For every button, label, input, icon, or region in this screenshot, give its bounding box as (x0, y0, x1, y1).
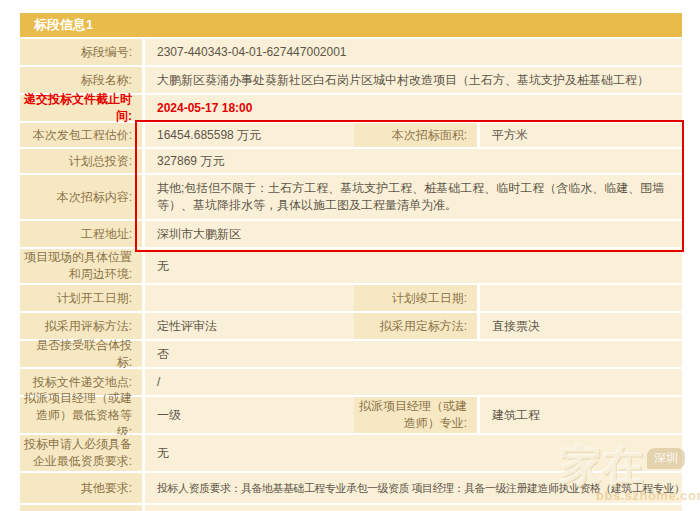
field-value: 2024-05-17 18:00 (145, 95, 682, 121)
table-row-section-number: 标段编号: 2307-440343-04-01-627447002001 (20, 39, 682, 65)
field-label: 拟派项目经理（或建造师）专业: (354, 397, 480, 433)
field-label: 其他要求: (20, 473, 145, 503)
field-value: / (145, 369, 682, 395)
table-row-start-end-date: 计划开工日期: 计划竣工日期: (20, 285, 682, 311)
field-value: 16454.685598 万元 (145, 123, 354, 147)
field-value: 大鹏新区葵涌办事处葵新社区白石岗片区城中村改造项目（土石方、基坑支护及桩基础工程… (145, 67, 682, 93)
bid-section-table: 标段信息1 标段编号: 2307-440343-04-01-6274470020… (20, 13, 682, 511)
table-row-site-location: 项目现场的具体位置和周边环境: 无 (20, 249, 682, 283)
field-value: 无 (145, 249, 682, 283)
field-value: 其他;包括但不限于：土石方工程、基坑支护工程、桩基础工程、临时工程（含临水、临建… (145, 175, 682, 219)
field-label: 拟采用定标方法: (354, 313, 480, 339)
field-value: 2307-440343-04-01-627447002001 (145, 39, 682, 65)
table-row-total-investment: 计划总投资: 327869 万元 (20, 149, 682, 173)
field-value: 投标人资质要求：具备地基基础工程专业承包一级资质 项目经理：具备一级注册建造师执… (145, 473, 682, 503)
field-value: 否 (145, 341, 682, 367)
field-label: 拟派项目经理（或建造师）最低资格等级: (20, 397, 145, 433)
field-label: 计划开工日期: (20, 285, 145, 311)
field-label: 拟采用评标方法: (20, 313, 145, 339)
field-label: 计划竣工日期: (354, 285, 480, 311)
table-row-estimate-area: 本次发包工程估价: 16454.685598 万元 本次招标面积: 平方米 (20, 123, 682, 147)
field-label: 递交投标文件截止时间: (20, 95, 145, 121)
table-row-other-requirements: 其他要求: 投标人资质要求：具备地基基础工程专业承包一级资质 项目经理：具备一级… (20, 473, 682, 503)
field-value: 定性评审法 (145, 313, 354, 339)
field-value: 直接票决 (480, 313, 682, 339)
field-label: 本次发包工程估价: (20, 123, 145, 147)
field-value (480, 285, 682, 311)
table-row-section-name: 标段名称: 大鹏新区葵涌办事处葵新社区白石岗片区城中村改造项目（土石方、基坑支护… (20, 67, 682, 93)
field-label: 标段名称: (20, 67, 145, 93)
field-label: 项目现场的具体位置和周边环境: (20, 249, 145, 283)
field-value (145, 505, 682, 511)
field-value: 一级 (145, 397, 354, 433)
table-row-consortium-bid: 是否接受联合体投标: 否 (20, 341, 682, 367)
field-label: 工程地址: (20, 221, 145, 247)
table-row-deadline: 递交投标文件截止时间: 2024-05-17 18:00 (20, 95, 682, 121)
field-label: 本次招标内容: (20, 175, 145, 219)
table-row-manager-qualification: 拟派项目经理（或建造师）最低资格等级: 一级 拟派项目经理（或建造师）专业: 建… (20, 397, 682, 433)
field-value: 深圳市大鹏新区 (145, 221, 682, 247)
field-value: 327869 万元 (145, 149, 682, 173)
field-value: 建筑工程 (480, 397, 682, 433)
field-label: 本次招标面积: (354, 123, 480, 147)
field-label: 投标申请人必须具备企业最低资质要求: (20, 435, 145, 471)
field-value (145, 285, 354, 311)
field-label: 计划总投资: (20, 149, 145, 173)
field-value: 平方米 (480, 123, 682, 147)
table-row-bid-content: 本次招标内容: 其他;包括但不限于：土石方工程、基坑支护工程、桩基础工程、临时工… (20, 175, 682, 219)
table-row-applicant-qualification: 投标申请人必须具备企业最低资质要求: 无 (20, 435, 682, 471)
field-label (20, 505, 145, 511)
table-row-project-address: 工程地址: 深圳市大鹏新区 (20, 221, 682, 247)
table-row-clipped (20, 505, 682, 511)
field-value: 无 (145, 435, 682, 471)
field-label: 标段编号: (20, 39, 145, 65)
table-row-evaluation-method: 拟采用评标方法: 定性评审法 拟采用定标方法: 直接票决 (20, 313, 682, 339)
field-label: 是否接受联合体投标: (20, 341, 145, 367)
section-title: 标段信息1 (20, 13, 682, 37)
